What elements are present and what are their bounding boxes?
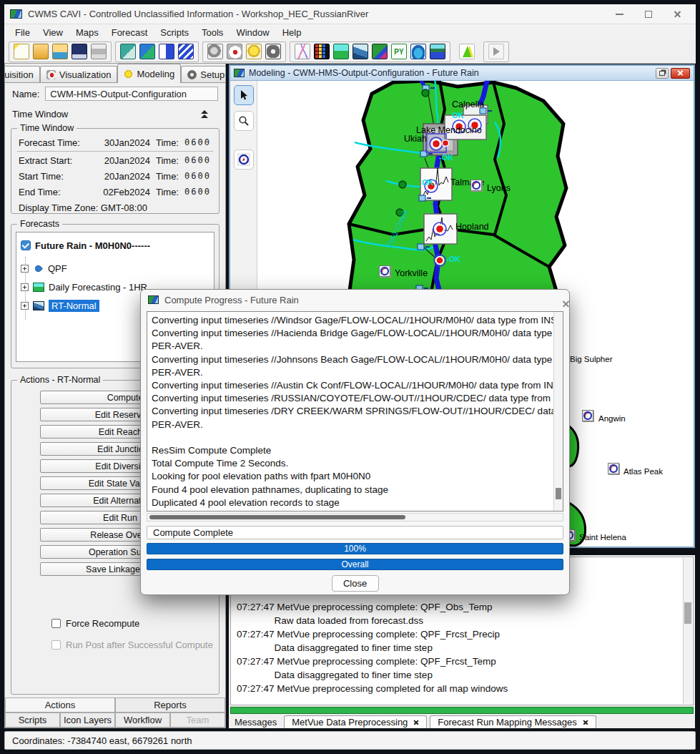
menu-item[interactable]: Tools [195,27,230,38]
visualization-icon[interactable] [227,44,242,59]
application-window: CWMS CAVI - Controlled Unclassified Info… [0,0,700,754]
panel-bottom-tabs: Actions Reports Scripts Icon Layers Work… [5,697,225,728]
dialog-title-bar[interactable]: Compute Progress - Future Rain [141,290,569,310]
new-forecast-icon[interactable] [14,44,29,59]
cascade-windows-icon[interactable] [178,44,194,59]
force-recompute-row[interactable]: Force Recompute [51,618,139,629]
tab-messages[interactable]: Messages [230,717,281,728]
row-date: 30Jan2024 [96,137,150,148]
open-icon[interactable] [33,44,49,59]
tab-forecast-run-label: Forecast Run Mapping Messages [438,717,576,728]
run-forecast-icon[interactable] [488,44,504,59]
bridge-icon[interactable] [430,44,445,59]
open-watershed-icon[interactable] [52,44,68,59]
close-tab-icon[interactable] [413,720,419,725]
setup-gear-icon [187,70,197,79]
tab-icon-layers-label: Icon Layers [64,715,112,725]
message-line: 07:27:47 MetVue preprocessing complete: … [231,627,693,641]
messages-scrollbar[interactable] [683,558,692,704]
split-panes-icon[interactable] [159,44,174,59]
modeling-sun-icon[interactable] [246,44,262,59]
menu-item[interactable]: Window [230,27,275,38]
dam-icon[interactable] [353,44,368,59]
menu-item[interactable]: Scripts [154,27,195,38]
map-window-title-bar[interactable]: Modeling - CWM-HMS-Output-Configuration … [230,66,694,81]
print-icon[interactable] [91,44,107,59]
collapse-icon[interactable] [201,110,218,118]
message-line: Data disaggregated to finer time step [231,668,693,682]
close-icon[interactable] [674,10,681,18]
tab-modeling[interactable]: Modeling [117,64,181,83]
log-vertical-scrollbar[interactable] [553,312,563,511]
maximize-icon[interactable] [645,11,652,18]
tab-visualization[interactable]: Visualization [40,66,118,82]
tree-item-label-selected: RT-Normal [49,300,99,312]
tree-row-future-rain[interactable]: Future Rain - M0H0N0------ [21,238,211,253]
tab-acquisition[interactable]: quisition [4,66,40,82]
menu-item[interactable]: Maps [69,27,105,38]
compute-progress-dialog: Compute Progress - Future Rain Convertin… [140,289,570,595]
location-icon-angwin[interactable] [582,410,593,421]
schematic-icon[interactable] [139,44,155,59]
qpf-drop-icon [34,264,43,273]
message-line: 07:27:47 MetVue preprocessing complete: … [231,600,693,614]
compute-log[interactable]: Converting input timeseries //Windsor Ga… [147,311,563,511]
row-time-label: Time: [150,137,179,148]
tab-metvue-data-preprocessing[interactable]: MetVue Data Preprocessing [284,715,427,728]
expand-plus-icon[interactable] [21,302,29,310]
row-time-value: 0600 [184,137,212,147]
pointer-tool-icon[interactable] [234,85,254,105]
location-icon-lyons[interactable] [470,180,482,191]
window-title: CWMS CAVI - Controlled Unclassified Info… [28,9,368,19]
tab-icon-layers[interactable]: Icon Layers [60,713,115,728]
minimize-icon[interactable] [616,14,623,15]
location-icon-atlas-peak[interactable] [608,463,619,474]
scrollbar-thumb[interactable] [556,488,561,499]
save-icon[interactable] [72,44,87,59]
tab-actions[interactable]: Actions [5,697,115,713]
map-layers-icon[interactable] [372,44,388,59]
menu-item[interactable]: Help [276,27,308,38]
log-horizontal-scrollbar[interactable] [147,513,563,522]
current-progress-label: 100% [344,544,366,554]
python-script-icon[interactable]: PY [391,44,407,59]
log-line: ResSim Compute Complete [152,444,558,457]
tab-reports[interactable]: Reports [115,697,225,713]
map-label-yorkville: Yorkville [395,268,428,278]
gage-tool-icon[interactable] [234,150,254,170]
menu-item[interactable]: View [36,27,69,38]
acquisition-satellite-icon[interactable] [207,44,223,59]
scrollbar-thumb[interactable] [684,602,691,624]
checkbox-icon[interactable] [51,619,61,628]
grid-editor-icon[interactable] [314,44,330,59]
checked-checkbox-icon[interactable] [21,240,31,250]
plot-icon[interactable] [295,44,310,59]
scrollbar-thumb[interactable] [149,515,405,519]
message-line: Data disaggregated to finer time step [231,641,693,655]
zoom-tool-icon[interactable] [234,111,254,131]
tab-setup[interactable]: Setup [181,66,226,82]
menu-item[interactable]: File [9,27,36,38]
row-date: 20Jan2024 [96,155,150,166]
tab-scripts[interactable]: Scripts [5,713,60,728]
row-label: Start Time: [19,171,96,182]
extract-data-icon[interactable] [120,44,136,59]
setup-gear-icon[interactable] [265,44,281,59]
close-button[interactable]: Close [332,575,379,592]
tree-row-qpf[interactable]: QPF [21,261,211,275]
tab-workflow[interactable]: Workflow [115,713,170,728]
expand-plus-icon[interactable] [21,265,29,273]
location-icon-yorkville[interactable] [379,265,390,277]
tree-item-label: Daily Forecasting - 1HR [49,282,147,293]
forecast-name-input[interactable] [45,87,218,101]
restore-icon[interactable] [656,68,669,79]
terrain-icon[interactable] [333,44,349,59]
close-icon[interactable] [671,68,690,79]
exceedance-plot-icon[interactable] [459,44,475,59]
close-tab-icon[interactable] [583,720,588,725]
expand-plus-icon[interactable] [21,283,29,291]
menu-item[interactable]: Forecast [105,27,154,38]
row-time-value: 0600 [184,171,212,181]
precip-drop-icon[interactable] [410,44,426,59]
tab-forecast-run-mapping[interactable]: Forecast Run Mapping Messages [430,715,596,728]
